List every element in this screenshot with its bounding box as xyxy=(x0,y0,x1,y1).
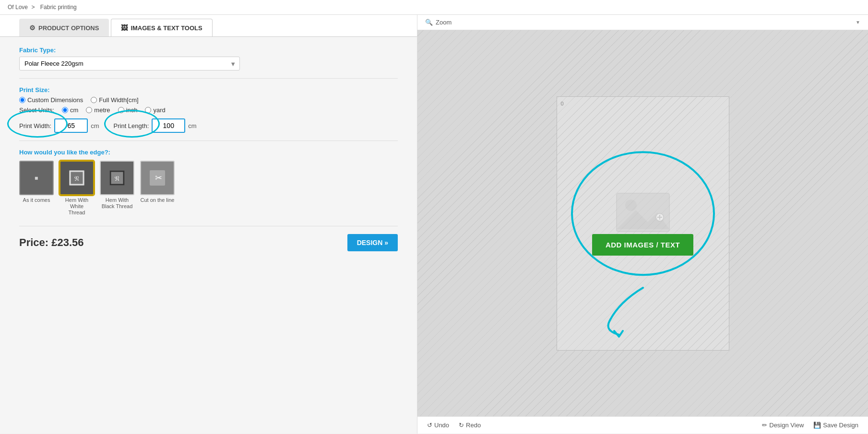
redo-icon: ↻ xyxy=(459,422,464,429)
radio-cm[interactable]: cm xyxy=(62,106,78,114)
unit-inch-label: inch xyxy=(126,106,138,114)
design-button-label: DESIGN » xyxy=(357,239,388,246)
edge-label-hem-black: Hem With Black Thread xyxy=(100,197,134,210)
price-design-row: Price: £23.56 DESIGN » xyxy=(19,226,398,259)
print-size-label: Print Size: xyxy=(19,86,398,94)
print-size-section: Print Size: Custom Dimensions Full Width… xyxy=(19,86,398,133)
right-footer: ↺ Undo ↻ Redo ✏ Design View 💾 Save Desig… xyxy=(417,416,868,434)
edge-label-as-it-comes: As it comes xyxy=(23,197,50,203)
breadcrumb: Of Love > Fabric printing xyxy=(0,0,868,15)
scissors-icon: ✂ xyxy=(148,168,167,188)
print-width-input[interactable] xyxy=(54,118,88,133)
canvas-frame: 0 ADD IMAGES / TEXT xyxy=(557,96,729,351)
zoom-control[interactable]: 🔍 Zoom xyxy=(425,19,452,26)
price-label: Price: xyxy=(19,236,48,248)
edge-section: How would you like the edge?: ▪ As it co… xyxy=(19,149,398,216)
fabric-type-section: Fabric Type: Polar Fleece 220gsmCottonSi… xyxy=(19,47,398,70)
edge-option-as-it-comes[interactable]: ▪ As it comes xyxy=(19,161,54,216)
edge-option-hem-white[interactable]: 𝔑 Hem WithWhiteThread xyxy=(59,161,94,216)
edge-thumb-hem-black: 𝔑 xyxy=(100,161,134,195)
canvas-area: 0 ADD IMAGES / TEXT xyxy=(417,30,868,416)
panel-content: Fabric Type: Polar Fleece 220gsmCottonSi… xyxy=(0,37,417,434)
print-width-unit: cm xyxy=(91,122,99,129)
print-width-label: Print Width: xyxy=(19,122,51,129)
hem-white-icon: 𝔑 xyxy=(67,168,86,188)
units-radio-group: Select Units: cm metre inch xyxy=(19,106,398,114)
radio-inch[interactable]: inch xyxy=(118,106,138,114)
print-length-input[interactable] xyxy=(152,118,185,133)
right-panel: 🔍 Zoom ▼ 0 xyxy=(417,15,868,434)
canvas-page-number: 0 xyxy=(561,101,564,106)
add-images-text-button[interactable]: ADD IMAGES / TEXT xyxy=(592,234,693,256)
print-width-group: Print Width: cm xyxy=(19,118,99,133)
tab-images-text-tools[interactable]: 🖼 IMAGES & TEXT TOOLS xyxy=(111,19,212,36)
placeholder-image: ADD IMAGES / TEXT xyxy=(592,191,693,256)
edge-options-group: ▪ As it comes 𝔑 Hem Wi xyxy=(19,161,398,216)
edge-option-hem-black[interactable]: 𝔑 Hem With Black Thread xyxy=(100,161,134,216)
radio-metre[interactable]: metre xyxy=(86,106,110,114)
print-length-group: Print Length: cm xyxy=(114,118,197,133)
gear-icon: ⚙ xyxy=(29,24,36,32)
undo-icon: ↺ xyxy=(427,422,432,429)
breadcrumb-link-1[interactable]: Of Love xyxy=(8,4,28,11)
fabric-type-select[interactable]: Polar Fleece 220gsmCottonSilkPolyester xyxy=(19,57,240,70)
price-value: £23.56 xyxy=(51,236,83,248)
unit-cm-label: cm xyxy=(70,106,78,114)
edge-question-label: How would you like the edge?: xyxy=(19,149,398,156)
svg-text:✂: ✂ xyxy=(155,173,162,183)
dropdown-arrow-icon: ▼ xyxy=(856,20,860,25)
full-width-label: Full Width[cm] xyxy=(99,96,138,104)
tab-bar: ⚙ PRODUCT OPTIONS 🖼 IMAGES & TEXT TOOLS xyxy=(0,15,417,37)
pencil-icon: ✏ xyxy=(762,422,767,429)
design-view-label: Design View xyxy=(769,422,804,429)
breadcrumb-link-2: Fabric printing xyxy=(40,4,77,11)
radio-yard[interactable]: yard xyxy=(145,106,165,114)
footer-right: ✏ Design View 💾 Save Design xyxy=(762,422,858,429)
unit-metre-label: metre xyxy=(94,106,110,114)
edge-option-cut-on-line[interactable]: ✂ Cut on the line xyxy=(140,161,175,216)
save-design-action[interactable]: 💾 Save Design xyxy=(813,422,858,429)
svg-text:𝔑: 𝔑 xyxy=(74,175,79,182)
svg-text:𝔑: 𝔑 xyxy=(115,175,119,182)
add-images-text-label: ADD IMAGES / TEXT xyxy=(606,241,680,249)
redo-action[interactable]: ↻ Redo xyxy=(459,422,481,429)
edge-label-hem-white: Hem WithWhiteThread xyxy=(65,197,88,216)
undo-action[interactable]: ↺ Undo xyxy=(427,422,449,429)
edge-thumb-hem-white: 𝔑 xyxy=(59,161,94,195)
fabric-type-select-wrapper: Polar Fleece 220gsmCottonSilkPolyester ▼ xyxy=(19,57,240,70)
print-length-label: Print Length: xyxy=(114,122,149,129)
fabric-type-label: Fabric Type: xyxy=(19,47,398,54)
svg-point-9 xyxy=(625,199,637,211)
tab-product-options-label: PRODUCT OPTIONS xyxy=(38,24,99,32)
undo-label: Undo xyxy=(434,422,449,429)
print-size-radio-group: Custom Dimensions Full Width[cm] xyxy=(19,96,398,104)
edge-label-cut-on-line: Cut on the line xyxy=(141,197,175,203)
edge-thumb-as-it-comes: ▪ xyxy=(19,161,54,195)
left-panel: ⚙ PRODUCT OPTIONS 🖼 IMAGES & TEXT TOOLS … xyxy=(0,15,417,434)
edge-thumb-cut-on-line: ✂ xyxy=(140,161,175,195)
zoom-icon: 🔍 xyxy=(425,19,433,26)
hem-black-icon: 𝔑 xyxy=(107,168,127,188)
tab-product-options[interactable]: ⚙ PRODUCT OPTIONS xyxy=(19,19,109,36)
print-length-unit: cm xyxy=(188,122,196,129)
tab-images-text-tools-label: IMAGES & TEXT TOOLS xyxy=(131,24,202,32)
placeholder-image-icon xyxy=(614,191,672,234)
save-design-label: Save Design xyxy=(823,422,858,429)
footer-left: ↺ Undo ↻ Redo xyxy=(427,422,481,429)
radio-custom-dimensions[interactable]: Custom Dimensions xyxy=(19,96,83,104)
dimensions-row: Print Width: cm Print Length: cm xyxy=(19,118,398,133)
unit-yard-label: yard xyxy=(153,106,165,114)
radio-full-width[interactable]: Full Width[cm] xyxy=(91,96,138,104)
price-display: Price: £23.56 xyxy=(19,236,84,249)
save-icon: 💾 xyxy=(813,422,821,429)
design-view-action[interactable]: ✏ Design View xyxy=(762,422,804,429)
zoom-label: Zoom xyxy=(436,19,452,26)
design-button[interactable]: DESIGN » xyxy=(347,234,398,251)
select-units-label: Select Units: xyxy=(19,106,54,114)
redo-label: Redo xyxy=(466,422,481,429)
right-header: 🔍 Zoom ▼ xyxy=(417,15,868,30)
custom-dimensions-label: Custom Dimensions xyxy=(27,96,83,104)
image-icon: 🖼 xyxy=(121,24,128,32)
